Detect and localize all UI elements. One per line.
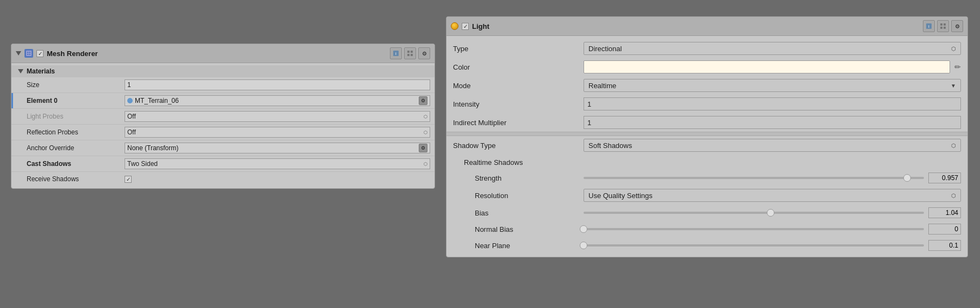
element0-value: MT_Terrain_06 ⚙ (125, 95, 430, 106)
resolution-dropdown[interactable]: Use Quality Settings ⬡ (584, 189, 961, 202)
mode-value: Realtime ▼ (584, 79, 961, 92)
reflection-probes-value: Off ⬡ (125, 127, 430, 138)
svg-rect-7 (407, 54, 410, 56)
strength-slider-track[interactable] (584, 177, 924, 179)
size-label: Size (16, 81, 125, 89)
element0-gear-icon[interactable]: ⚙ (419, 96, 427, 105)
receive-shadows-row: Receive Shadows (11, 172, 435, 186)
near-plane-slider-row (584, 240, 961, 251)
reflection-probes-dropdown-value: Off (127, 128, 136, 136)
indirect-multiplier-label: Indirect Multiplier (453, 119, 584, 127)
anchor-override-label: Anchor Override (16, 144, 125, 152)
size-input[interactable] (125, 79, 430, 90)
light-settings-icon[interactable]: ⚙ (951, 20, 963, 32)
cast-shadows-row: Cast Shadows Two Sided ⬡ (11, 156, 435, 172)
info-icon[interactable]: i (390, 47, 402, 59)
strength-label: Strength (453, 174, 584, 182)
svg-rect-12 (944, 23, 946, 26)
bias-slider-track[interactable] (584, 212, 924, 214)
light-panel-header: Light i ⚙ (446, 17, 967, 36)
layout-icon[interactable] (404, 47, 416, 59)
light-panel-body: Type Directional ⬡ Color ✏ Mode (446, 36, 967, 257)
reflection-probes-dropdown-arrow: ⬡ (424, 130, 427, 135)
reflection-probes-dropdown[interactable]: Off ⬡ (125, 127, 430, 138)
svg-rect-13 (940, 27, 942, 29)
settings-icon[interactable]: ⚙ (418, 47, 430, 59)
resolution-row: Resolution Use Quality Settings ⬡ (446, 186, 967, 205)
receive-shadows-checkbox[interactable] (125, 176, 132, 183)
mode-label: Mode (453, 82, 584, 90)
eyedropper-icon[interactable]: ✏ (954, 63, 961, 71)
color-label: Color (453, 63, 584, 71)
bias-label: Bias (453, 209, 584, 217)
svg-rect-8 (411, 54, 413, 56)
mode-row: Mode Realtime ▼ (446, 76, 967, 95)
receive-shadows-label: Receive Shadows (16, 175, 125, 183)
materials-label: Materials (27, 67, 55, 75)
near-plane-slider-thumb[interactable] (580, 242, 587, 249)
mesh-renderer-icon (24, 49, 33, 58)
mesh-renderer-title: Mesh Renderer (47, 50, 387, 58)
shadow-type-label: Shadow Type (453, 141, 584, 150)
normal-bias-slider-track[interactable] (584, 228, 924, 230)
type-value: Directional ⬡ (584, 42, 961, 55)
strength-slider-thumb[interactable] (903, 174, 911, 182)
light-panel: Light i ⚙ Type Directional ⬡ Color (446, 16, 968, 257)
strength-value-input[interactable] (928, 173, 961, 183)
reflection-probes-row: Reflection Probes Off ⬡ (11, 125, 435, 140)
near-plane-row: Near Plane (446, 237, 967, 254)
intensity-input[interactable] (584, 97, 961, 110)
type-row: Type Directional ⬡ (446, 39, 967, 58)
svg-text:i: i (395, 51, 396, 56)
mesh-renderer-enabled-checkbox[interactable] (36, 50, 44, 57)
mesh-renderer-header: Mesh Renderer i ⚙ (11, 44, 435, 63)
strength-slider-row (584, 173, 961, 183)
element0-field: MT_Terrain_06 ⚙ (125, 95, 430, 106)
type-dropdown-arrow: ⬡ (951, 46, 956, 52)
intensity-label: Intensity (453, 100, 584, 108)
mode-dropdown[interactable]: Realtime ▼ (584, 79, 961, 92)
receive-shadows-value (125, 175, 430, 183)
normal-bias-slider-container (584, 224, 961, 235)
element0-label: Element 0 (16, 97, 125, 104)
color-field: ✏ (584, 60, 961, 73)
shadow-type-dropdown[interactable]: Soft Shadows ⬡ (584, 139, 961, 152)
indirect-multiplier-input[interactable] (584, 116, 961, 129)
resolution-value: Use Quality Settings ⬡ (584, 189, 961, 202)
anchor-override-name: None (Transform) (127, 144, 417, 152)
normal-bias-slider-thumb[interactable] (580, 225, 587, 233)
light-icon (451, 22, 458, 30)
shadow-type-dropdown-value: Soft Shadows (588, 141, 632, 150)
near-plane-slider-track[interactable] (584, 244, 924, 247)
color-swatch[interactable] (584, 60, 950, 73)
normal-bias-value-input[interactable] (928, 224, 961, 235)
near-plane-label: Near Plane (453, 242, 584, 250)
near-plane-value-input[interactable] (928, 240, 961, 251)
materials-section-header[interactable]: Materials (11, 65, 435, 77)
bias-slider-thumb[interactable] (767, 209, 774, 217)
light-info-icon[interactable]: i (923, 20, 935, 32)
anchor-override-gear-icon[interactable]: ⚙ (419, 144, 427, 152)
realtime-shadows-row: Realtime Shadows (446, 155, 967, 170)
strength-slider-container (584, 173, 961, 183)
intensity-row: Intensity (446, 95, 967, 113)
light-layout-icon[interactable] (937, 20, 949, 32)
svg-rect-6 (411, 51, 413, 53)
svg-rect-14 (944, 27, 946, 29)
shadow-type-value: Soft Shadows ⬡ (584, 139, 961, 152)
divider-1 (446, 132, 967, 136)
collapse-arrow[interactable] (16, 50, 21, 57)
light-header-icons: i ⚙ (923, 20, 963, 32)
light-probes-label: Light Probes (16, 113, 125, 120)
bias-value-input[interactable] (928, 207, 961, 218)
light-enabled-checkbox[interactable] (462, 23, 469, 30)
anchor-override-row: Anchor Override None (Transform) ⚙ (11, 140, 435, 156)
light-probes-value: Off ⬡ (125, 111, 430, 122)
cast-shadows-dropdown[interactable]: Two Sided ⬡ (125, 158, 430, 169)
resolution-dropdown-arrow: ⬡ (951, 193, 956, 199)
cast-shadows-dropdown-value: Two Sided (127, 160, 158, 168)
mode-dropdown-arrow: ▼ (951, 83, 956, 89)
normal-bias-label: Normal Bias (453, 225, 584, 233)
light-probes-dropdown[interactable]: Off ⬡ (125, 111, 430, 122)
type-dropdown[interactable]: Directional ⬡ (584, 42, 961, 55)
